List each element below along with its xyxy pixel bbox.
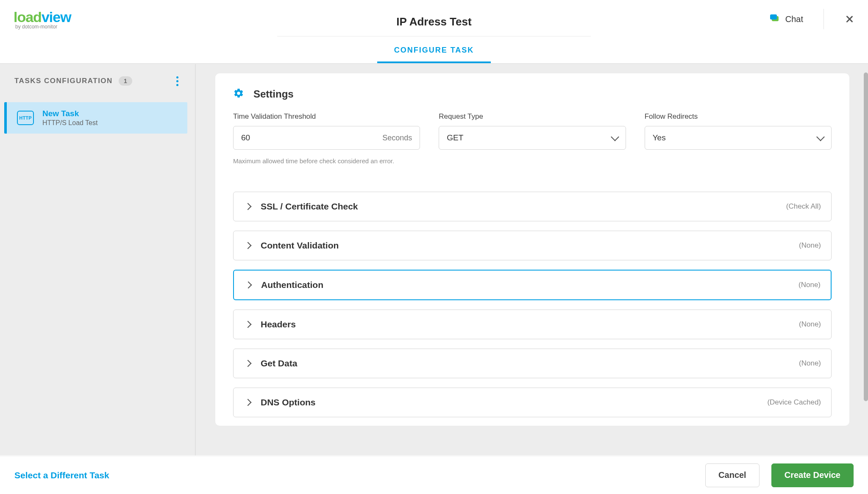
logo-subtitle: by dotcom-monitor [15,24,57,30]
task-count-badge: 1 [119,76,132,86]
accordion-title: Authentication [261,280,323,290]
settings-card: Settings Time Validation Threshold Secon… [215,73,849,426]
http-icon: HTTP [17,111,34,125]
chevron-right-icon [245,321,252,328]
accordion-status: (Check All) [786,202,821,211]
top-bar-right: Chat [770,9,854,29]
time-threshold-input-box[interactable]: Seconds [233,126,420,150]
tab-bar: CONFIGURE TASK [0,38,868,64]
logo: loadview by dotcom-monitor [14,9,132,30]
scrollbar-track [864,64,868,455]
page-title: IP Adress Test [277,0,591,28]
vertical-separator [823,9,824,29]
section-header: Settings [233,88,832,100]
request-type-select[interactable]: GET [439,126,626,150]
create-device-button[interactable]: Create Device [771,463,854,487]
accordion-title: Get Data [261,358,297,368]
accordion-title: Headers [261,319,296,329]
task-name: New Task [42,109,97,118]
chevron-down-icon [816,133,825,141]
accordion-status: (Device Cached) [767,398,821,407]
title-underline [277,36,591,36]
content-scroll[interactable]: Settings Time Validation Threshold Secon… [196,64,868,455]
more-options-icon[interactable] [171,75,183,87]
accordion-status: (None) [799,359,821,368]
accordion-list: SSL / Certificate Check(Check All)Conten… [233,192,832,417]
accordion-row[interactable]: Content Validation(None) [233,231,832,260]
top-bar: loadview by dotcom-monitor IP Adress Tes… [0,0,868,38]
chevron-right-icon [245,360,252,367]
follow-redirects-select[interactable]: Yes [645,126,832,150]
task-subtitle: HTTP/S Load Test [42,119,97,127]
accordion-status: (None) [799,320,821,329]
request-type-value: GET [447,133,463,142]
footer: Select a Different Task Cancel Create De… [0,456,868,494]
accordion-row[interactable]: DNS Options(Device Cached) [233,388,832,417]
logo-green: load [14,9,42,25]
accordion-status: (None) [799,241,821,250]
field-follow-redirects: Follow Redirects Yes [645,112,832,165]
sidebar: TASKS CONFIGURATION 1 HTTP New Task HTTP… [0,64,196,455]
time-threshold-input[interactable] [241,133,382,142]
accordion-title: Content Validation [261,240,339,251]
sidebar-item-new-task[interactable]: HTTP New Task HTTP/S Load Test [4,102,187,134]
chat-icon [770,14,779,24]
accordion-status: (None) [798,281,821,289]
logo-blue: view [42,9,71,25]
task-texts: New Task HTTP/S Load Test [42,109,97,127]
chevron-down-icon [611,133,619,141]
time-threshold-help: Maximum allowed time before check consid… [233,157,420,165]
close-icon[interactable] [844,14,854,24]
chat-button[interactable]: Chat [770,14,803,24]
cancel-button[interactable]: Cancel [705,463,760,487]
main-area: TASKS CONFIGURATION 1 HTTP New Task HTTP… [0,64,868,455]
field-request-type: Request Type GET [439,112,626,165]
chevron-right-icon [245,282,252,289]
accordion-title: SSL / Certificate Check [261,201,358,212]
chevron-right-icon [245,399,252,406]
logo-text: loadview [14,9,71,25]
page-title-wrap: IP Adress Test [277,0,591,36]
accordion-row[interactable]: Authentication(None) [233,270,832,300]
field-time-threshold: Time Validation Threshold Seconds Maximu… [233,112,420,165]
field-label: Follow Redirects [645,112,832,121]
chevron-right-icon [245,203,252,210]
select-different-task-link[interactable]: Select a Different Task [14,470,109,480]
accordion-row[interactable]: SSL / Certificate Check(Check All) [233,192,832,221]
field-label: Request Type [439,112,626,121]
field-label: Time Validation Threshold [233,112,420,121]
accordion-row[interactable]: Headers(None) [233,310,832,339]
follow-redirects-value: Yes [653,133,666,142]
gear-icon [233,88,244,100]
accordion-row[interactable]: Get Data(None) [233,349,832,378]
accordion-title: DNS Options [261,397,316,407]
chat-label: Chat [785,14,803,24]
tab-configure-task[interactable]: CONFIGURE TASK [377,38,491,63]
chevron-right-icon [245,242,252,249]
scrollbar-thumb[interactable] [864,73,868,401]
time-threshold-unit: Seconds [382,134,412,142]
footer-actions: Cancel Create Device [705,463,854,487]
sidebar-title: TASKS CONFIGURATION [14,77,113,85]
section-title: Settings [253,88,294,100]
sidebar-header: TASKS CONFIGURATION 1 [0,75,195,96]
fields-row: Time Validation Threshold Seconds Maximu… [233,112,832,165]
